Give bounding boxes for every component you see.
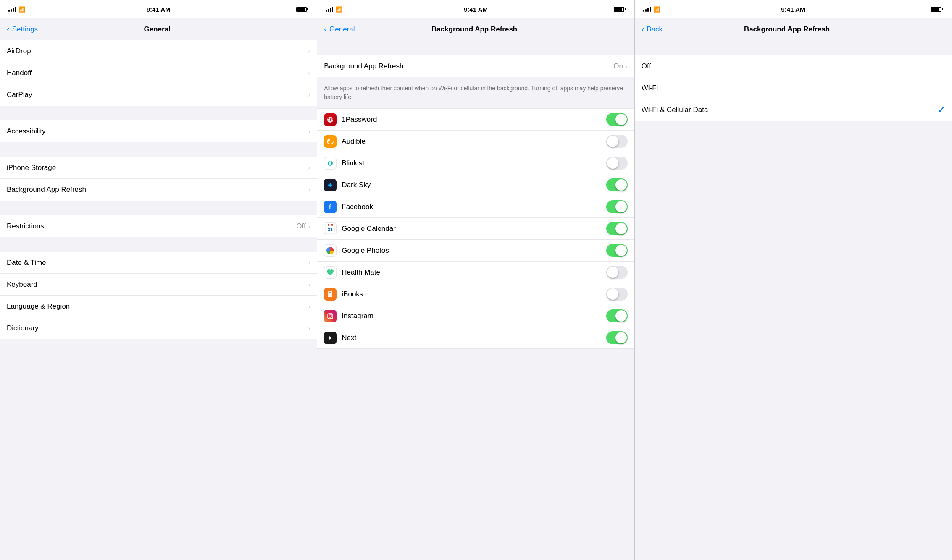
app-cell-next[interactable]: Next: [317, 327, 634, 349]
app-cell-healthmate[interactable]: Health Mate: [317, 262, 634, 283]
toggle-instagram[interactable]: [606, 309, 628, 322]
app-cell-audible[interactable]: Audible: [317, 131, 634, 152]
app-cell-darksky[interactable]: Dark Sky: [317, 174, 634, 196]
app-cell-left-1password: 1P 1Password: [324, 113, 377, 126]
toggle-knob-blinkist: [607, 157, 618, 169]
cell-right-language: ›: [308, 303, 310, 310]
cell-language[interactable]: Language & Region ›: [0, 296, 317, 317]
cell-right-refresh-main: On ›: [613, 62, 627, 71]
cell-right-airdrop: ›: [308, 48, 310, 55]
status-time-3: 9:41 AM: [781, 6, 805, 13]
cell-datetime[interactable]: Date & Time ›: [0, 252, 317, 274]
app-cell-left-next: Next: [324, 332, 356, 344]
cell-right-restrictions: Off ›: [296, 222, 310, 230]
cell-restrictions[interactable]: Restrictions Off ›: [0, 215, 317, 237]
back-label-3: Back: [647, 25, 663, 34]
status-right-1: [296, 7, 308, 12]
svg-text:31: 31: [328, 227, 333, 232]
svg-rect-12: [329, 292, 331, 293]
app-cell-left-darksky: Dark Sky: [324, 179, 371, 191]
options-scroll[interactable]: Off Wi-Fi Wi-Fi & Cellular Data ✓: [635, 55, 952, 308]
toggle-gphotos[interactable]: [606, 244, 628, 257]
nav-title-2: Background App Refresh: [355, 25, 594, 34]
cell-iphone-storage[interactable]: iPhone Storage ›: [0, 157, 317, 179]
app-icon-gcal: 31: [324, 222, 337, 235]
battery-icon-3: [931, 7, 943, 12]
chevron-icon-11: ›: [308, 325, 310, 332]
back-button-2[interactable]: ‹ General: [324, 24, 355, 34]
app-label-next: Next: [342, 334, 356, 342]
app-icon-1password: 1P: [324, 113, 337, 126]
toggle-audible[interactable]: [606, 135, 628, 148]
panel3-fill: [635, 308, 952, 560]
cell-dictionary[interactable]: Dictionary ›: [0, 317, 317, 339]
toggle-darksky[interactable]: [606, 178, 628, 191]
cell-label-iphone-storage: iPhone Storage: [7, 164, 56, 172]
toggle-ibooks[interactable]: [606, 288, 628, 301]
option-label-off: Off: [642, 62, 651, 71]
app-cell-facebook[interactable]: f Facebook: [317, 196, 634, 218]
settings-scroll[interactable]: AirDrop › Handoff › CarPlay ›: [0, 40, 317, 560]
toggle-1password[interactable]: [606, 113, 628, 126]
app-cell-left-blinkist: Blinkist: [324, 157, 364, 170]
app-cell-blinkist[interactable]: Blinkist: [317, 152, 634, 174]
app-cell-gcal[interactable]: 31 Google Calendar: [317, 218, 634, 240]
option-wifi-cellular[interactable]: Wi-Fi & Cellular Data ✓: [635, 99, 952, 121]
toggle-blinkist[interactable]: [606, 157, 628, 170]
back-button-3[interactable]: ‹ Back: [642, 24, 663, 34]
cell-label-refresh-main: Background App Refresh: [324, 62, 403, 71]
cell-right-datetime: ›: [308, 259, 310, 266]
toggle-knob-instagram: [615, 310, 627, 322]
header-area-3: [635, 40, 952, 55]
cell-accessibility[interactable]: Accessibility ›: [0, 120, 317, 142]
section-datetime: Date & Time › Keyboard › Language & Regi…: [0, 252, 317, 339]
app-cell-ibooks[interactable]: iBooks: [317, 283, 634, 305]
cell-label-dictionary: Dictionary: [7, 324, 39, 332]
app-cell-left-gphotos: Google Photos: [324, 244, 389, 257]
toggle-facebook[interactable]: [606, 200, 628, 213]
chevron-icon-10: ›: [308, 303, 310, 310]
cell-label-bg-refresh: Background App Refresh: [7, 186, 86, 194]
app-cell-left-gcal: 31 Google Calendar: [324, 222, 396, 235]
toggle-knob-ibooks: [607, 288, 618, 300]
toggle-knob-facebook: [615, 201, 627, 212]
app-icon-audible: [324, 135, 337, 148]
battery-icon-2: [614, 7, 626, 12]
chevron-icon-2: ›: [308, 70, 310, 76]
app-cell-gphotos[interactable]: Google Photos: [317, 240, 634, 262]
svg-marker-18: [329, 336, 332, 340]
cell-handoff[interactable]: Handoff ›: [0, 62, 317, 84]
option-off[interactable]: Off: [635, 55, 952, 77]
app-cell-1password[interactable]: 1P 1Password: [317, 109, 634, 131]
nav-bar-3: ‹ Back Background App Refresh: [635, 18, 952, 40]
svg-text:1P: 1P: [328, 118, 333, 122]
cell-refresh-main[interactable]: Background App Refresh On ›: [317, 55, 634, 77]
cell-keyboard[interactable]: Keyboard ›: [0, 274, 317, 296]
app-cell-left-healthmate: Health Mate: [324, 266, 380, 279]
status-bar-2: 📶 9:41 AM: [317, 0, 634, 18]
toggle-next[interactable]: [606, 331, 628, 344]
back-button-1[interactable]: ‹ Settings: [7, 24, 38, 34]
toggle-healthmate[interactable]: [606, 266, 628, 279]
option-wifi[interactable]: Wi-Fi: [635, 77, 952, 99]
cell-label-carplay: CarPlay: [7, 91, 32, 99]
toggle-knob-audible: [607, 136, 618, 147]
app-icon-gphotos: [324, 244, 337, 257]
cell-label-keyboard: Keyboard: [7, 280, 37, 289]
option-label-wifi: Wi-Fi: [642, 84, 658, 92]
cell-carplay[interactable]: CarPlay ›: [0, 84, 317, 106]
section-refresh-top: Background App Refresh On ›: [317, 55, 634, 77]
app-cell-instagram[interactable]: Instagram: [317, 305, 634, 327]
panel-general: 📶 9:41 AM ‹ Settings General AirDrop: [0, 0, 317, 560]
cell-airdrop[interactable]: AirDrop ›: [0, 40, 317, 62]
app-label-darksky: Dark Sky: [342, 181, 371, 189]
toggle-gcal[interactable]: [606, 222, 628, 235]
nav-bar-1: ‹ Settings General: [0, 18, 317, 40]
cell-bg-app-refresh[interactable]: Background App Refresh ›: [0, 179, 317, 201]
app-cell-left-facebook: f Facebook: [324, 201, 373, 213]
status-bar-3: 📶 9:41 AM: [635, 0, 952, 18]
apps-scroll[interactable]: 1P 1Password Audible: [317, 109, 634, 560]
cell-right-keyboard: ›: [308, 281, 310, 288]
back-arrow-icon-2: ‹: [324, 24, 327, 34]
cell-label-language: Language & Region: [7, 302, 70, 311]
